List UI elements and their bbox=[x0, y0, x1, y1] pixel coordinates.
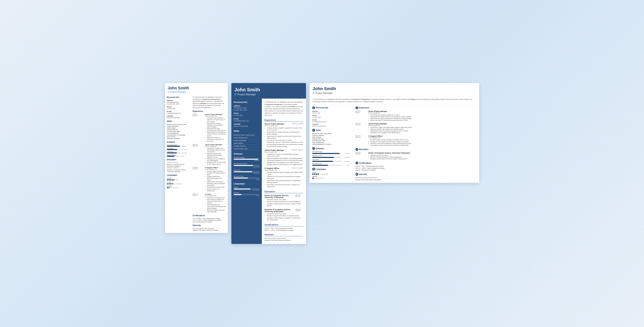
language-item: French Intermediate bbox=[167, 181, 188, 184]
interests-icon bbox=[356, 173, 358, 176]
languages-section-title: Languages bbox=[167, 174, 188, 176]
c3-interests-title: Interests bbox=[356, 173, 476, 176]
c3-software-item: Microsoft Project Excellent bbox=[312, 151, 350, 154]
software-item: Microsoft Excel Good bbox=[167, 154, 188, 157]
card3-left-column: Personal Info Address Portland, ME Phone… bbox=[310, 104, 353, 183]
card1-body: Personal Info Address 134 Rightward WayP… bbox=[165, 95, 228, 233]
c2-education-item: Bachelor of Computer Science, University… bbox=[264, 208, 303, 221]
card3-body: Personal Info Address Portland, ME Phone… bbox=[310, 104, 479, 183]
skill-item: Team Management bbox=[167, 132, 188, 134]
software-section-title: Software bbox=[167, 141, 188, 143]
software-icon bbox=[312, 147, 315, 150]
personal-info-section-title: Personal Info bbox=[167, 96, 188, 98]
c3-linkedin-label: LinkedIn bbox=[312, 123, 350, 125]
c2-summary-text: IT Professional with over 10 years of ex… bbox=[264, 101, 303, 116]
c2-email-value: j.smith@uptowork.com bbox=[234, 120, 260, 122]
c3-cert-item: 2003-04 PRINCE2® Foundation bbox=[356, 170, 476, 171]
c3-languages-title: Languages bbox=[312, 168, 350, 170]
c2-certifications-title: Certifications bbox=[264, 224, 303, 226]
c2-skill-item: Communication Skills bbox=[234, 148, 260, 150]
c3-skill-item: Business Process Improvement bbox=[312, 133, 350, 134]
c2-language-item: German Basic bbox=[234, 192, 260, 196]
skill-item: Strategic Planning bbox=[167, 129, 188, 130]
c2-skill-item: Vendor Management bbox=[234, 136, 260, 139]
card1-left-column: Personal Info Address 134 Rightward WayP… bbox=[165, 95, 190, 233]
c3-phone-label: Phone bbox=[312, 115, 350, 116]
c2-skill-item: Strategic Planning bbox=[234, 145, 260, 148]
svg-rect-6 bbox=[356, 108, 357, 108]
cert-item: 2010-05 PMP - Project Management Institu… bbox=[193, 218, 226, 219]
c2-cert-item: 2010-05 PMP - Project Management Institu… bbox=[264, 228, 303, 229]
card2-name: John Smith bbox=[234, 87, 303, 92]
education-section-title: Education bbox=[167, 158, 188, 161]
skill-item: Database architecture bbox=[167, 138, 188, 140]
card2-body: Personal Info Address 134 Rightward WayP… bbox=[231, 98, 306, 244]
c3-email-label: E-mail bbox=[312, 119, 350, 121]
education-icon bbox=[356, 148, 358, 151]
card2-header: John Smith IT Project Manager bbox=[231, 83, 306, 98]
c2-languages-title: Languages bbox=[234, 182, 260, 185]
linkedin-value: linkedin.com/johnsutw bbox=[167, 117, 188, 118]
svg-rect-3 bbox=[313, 130, 314, 131]
svg-rect-7 bbox=[356, 162, 358, 164]
experience-section-title: Experience bbox=[193, 110, 226, 112]
c3-personal-info-title: Personal Info bbox=[312, 106, 350, 109]
phone-label: Phone bbox=[167, 106, 188, 108]
skill-item: Sales Analysis bbox=[167, 127, 188, 129]
skill-item: Comprehensive IT Knowledge bbox=[167, 134, 188, 136]
card1-name: John Smith bbox=[168, 86, 225, 90]
svg-point-0 bbox=[313, 107, 314, 108]
card1-header: John Smith IT Project Manager bbox=[165, 83, 228, 95]
address-label: Address bbox=[167, 100, 188, 101]
c2-email-label: E-mail bbox=[234, 118, 260, 120]
c2-software-item: MS Windows Server Very Good bbox=[234, 163, 260, 168]
c3-linkedin-value: linkedin.com/johnsutw bbox=[312, 125, 350, 127]
page-container: John Smith IT Project Manager Personal I… bbox=[165, 83, 479, 244]
c3-skill-item: Sales Analysis bbox=[312, 136, 350, 138]
c3-software-title: Software bbox=[312, 147, 350, 150]
exp-entry: 2004-09 -2006-12 Junior Project Manager … bbox=[193, 144, 226, 165]
exp-entry: 2001-10 -2002-07 IT Intern Fast Software… bbox=[193, 193, 226, 213]
certifications-section-title: Certifications bbox=[193, 214, 226, 217]
c3-skill-item: Project Scheduling bbox=[312, 134, 350, 136]
resume-card-1: John Smith IT Project Manager Personal I… bbox=[165, 83, 228, 233]
cert-item: 2007-11 CAPM - Project Management Instit… bbox=[193, 220, 226, 221]
c3-email-value: j.smith@uptowork.com bbox=[312, 121, 350, 122]
linkedin-label: LinkedIn bbox=[167, 115, 188, 117]
exp-entry: 2002-08 -2004-09 IT Support Officer Seto… bbox=[193, 167, 226, 192]
resume-card-3: John Smith IT Project Manager IT Profess… bbox=[310, 83, 479, 183]
email-value: j.smith@uptowork.com bbox=[167, 112, 188, 114]
c2-software-item: Microsoft Excel Good bbox=[234, 176, 260, 180]
card3-title: IT Project Manager bbox=[313, 92, 476, 94]
card1-title: IT Project Manager bbox=[168, 91, 225, 93]
c2-skills-title: Skills bbox=[234, 130, 260, 132]
c3-skill-item: Communication Skills bbox=[312, 140, 350, 142]
software-item: Linux/Unix Very Good bbox=[167, 151, 188, 154]
c3-software-item: Linux/Unix Very Good bbox=[312, 159, 350, 162]
person-icon bbox=[312, 106, 315, 109]
c3-education-item: 1996-09 -2001-05 Master of Computer Scie… bbox=[356, 152, 476, 160]
c2-experience-title: Experience bbox=[264, 119, 303, 122]
email-label: E-mail bbox=[167, 110, 188, 112]
c2-education-title: Education bbox=[264, 190, 303, 193]
c3-experience-title: Experience bbox=[356, 106, 476, 109]
c3-certifications-title: Certifications bbox=[356, 162, 476, 164]
software-item: MS Server Very Good bbox=[167, 148, 188, 150]
c2-address-value: 134 Rightward WayPortland, ME, 04019 bbox=[234, 107, 260, 111]
c3-skill-item: Strategic Planning bbox=[312, 138, 350, 140]
c2-exp-entry: IT Support Officer Seton Hospital, ME 20… bbox=[264, 167, 303, 188]
cert-item: 2003-04 PRINCE2® Foundation bbox=[193, 221, 226, 223]
c2-skill-item: Sales Analysis bbox=[234, 142, 260, 145]
svg-rect-4 bbox=[313, 148, 314, 149]
c3-education-title: Education bbox=[356, 148, 476, 151]
c3-software-item: Microsoft Excel Good bbox=[312, 163, 350, 166]
c2-cert-item: 2007-11 CAPM - Project Management Instit… bbox=[264, 230, 303, 231]
languages-icon bbox=[312, 168, 315, 170]
c2-language-item: French Intermediate bbox=[234, 186, 260, 191]
skill-item: Project Scheduling bbox=[167, 125, 188, 127]
summary-text: IT Professional with over 10 years of ex… bbox=[193, 96, 226, 108]
language-item: English Native bbox=[167, 177, 188, 180]
c3-address-label: Address bbox=[312, 110, 350, 112]
c2-software-item: Microsoft Project Excellent bbox=[234, 156, 260, 161]
c2-software-item: Linux/Unix Very Good bbox=[234, 169, 260, 174]
